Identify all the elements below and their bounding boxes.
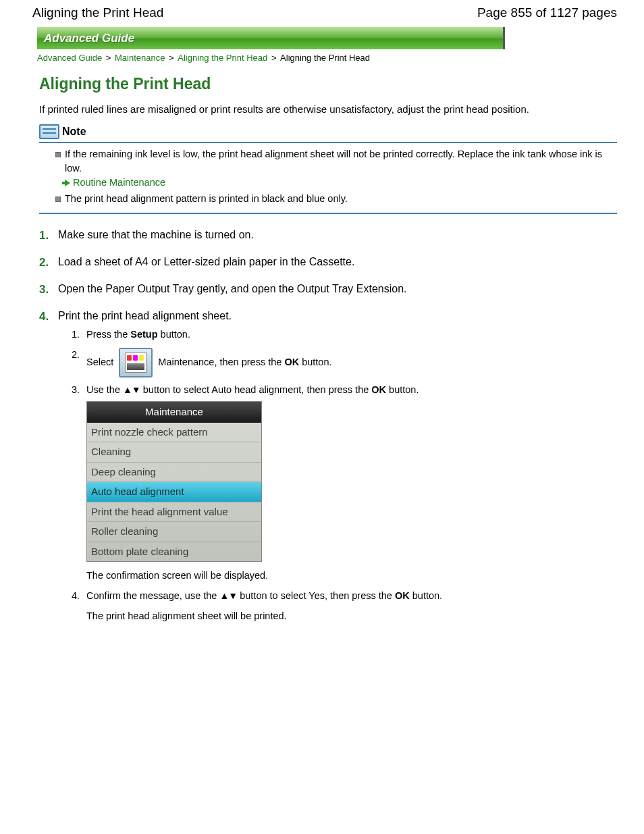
ok-button-label: OK (284, 356, 299, 367)
note-item: If the remaining ink level is low, the p… (55, 147, 617, 190)
breadcrumb-l3[interactable]: Aligning the Print Head (178, 53, 267, 63)
doc-title: Aligning the Print Head (32, 5, 163, 20)
page-header: Aligning the Print Head Page 855 of 1127… (0, 0, 644, 24)
ok-button-label: OK (395, 590, 410, 601)
lcd-item: Cleaning (87, 442, 261, 463)
steps-list: Make sure that the machine is turned on.… (39, 229, 617, 624)
breadcrumb-sep: > (106, 53, 113, 63)
page-indicator: Page 855 of 1127 pages (477, 5, 617, 20)
step-4: Print the print head alignment sheet. Pr… (39, 310, 617, 624)
note-item: The print head alignment pattern is prin… (55, 192, 617, 206)
breadcrumb-sep: > (169, 53, 176, 63)
content-area: Aligning the Print Head If printed ruled… (39, 75, 617, 624)
note-header: Note (39, 124, 617, 139)
substep-4-after: The print head alignment sheet will be p… (86, 609, 617, 624)
step-2: Load a sheet of A4 or Letter-sized plain… (39, 256, 617, 268)
lcd-item: Print the head alignment value (87, 502, 261, 523)
page-title: Aligning the Print Head (39, 75, 617, 93)
step-1: Make sure that the machine is turned on. (39, 229, 617, 241)
substep-1: Press the Setup button. (72, 328, 617, 342)
lcd-maintenance-menu: Maintenance Print nozzle check pattern C… (86, 401, 262, 562)
guide-banner: Advanced Guide (37, 27, 505, 49)
arrow-icon (65, 180, 70, 186)
breadcrumb-current: Aligning the Print Head (280, 53, 370, 63)
breadcrumb-sep: > (271, 53, 279, 63)
substep-3: Use the ▲▼ button to select Auto head al… (72, 383, 617, 584)
lcd-title: Maintenance (87, 402, 261, 423)
step-3: Open the Paper Output Tray gently, and o… (39, 283, 617, 295)
lcd-item-selected: Auto head alignment (87, 482, 261, 502)
lcd-item: Deep cleaning (87, 463, 261, 483)
ok-button-label: OK (371, 384, 386, 395)
note-block: If the remaining ink level is low, the p… (39, 142, 617, 214)
banner-text: Advanced Guide (37, 32, 134, 45)
setup-button-label: Setup (130, 329, 157, 340)
note-label: Note (62, 126, 86, 138)
maintenance-icon (119, 348, 153, 377)
lcd-item: Print nozzle check pattern (87, 423, 261, 443)
substeps: Press the Setup button. Select Maintenan… (58, 328, 617, 624)
note-icon (39, 124, 59, 139)
link-text: Routine Maintenance (73, 176, 165, 190)
substep-2: Select Maintenance, then press the OK bu… (72, 348, 617, 377)
lcd-item: Bottom plate cleaning (87, 542, 261, 562)
intro-text: If printed ruled lines are misaligned or… (39, 103, 617, 116)
step-4-text: Print the print head alignment sheet. (58, 310, 232, 321)
up-down-arrows-icon: ▲▼ (123, 384, 140, 395)
up-down-arrows-icon: ▲▼ (219, 590, 237, 601)
breadcrumb: Advanced Guide > Maintenance > Aligning … (37, 53, 644, 63)
substep-3-after: The confirmation screen will be displaye… (86, 569, 617, 583)
substep-4: Confirm the message, use the ▲▼ button t… (72, 589, 617, 624)
routine-maintenance-link[interactable]: Routine Maintenance (65, 176, 165, 190)
lcd-item: Roller cleaning (87, 522, 261, 542)
breadcrumb-l2[interactable]: Maintenance (115, 53, 165, 63)
note-text: If the remaining ink level is low, the p… (65, 149, 602, 174)
breadcrumb-l1[interactable]: Advanced Guide (37, 53, 102, 63)
